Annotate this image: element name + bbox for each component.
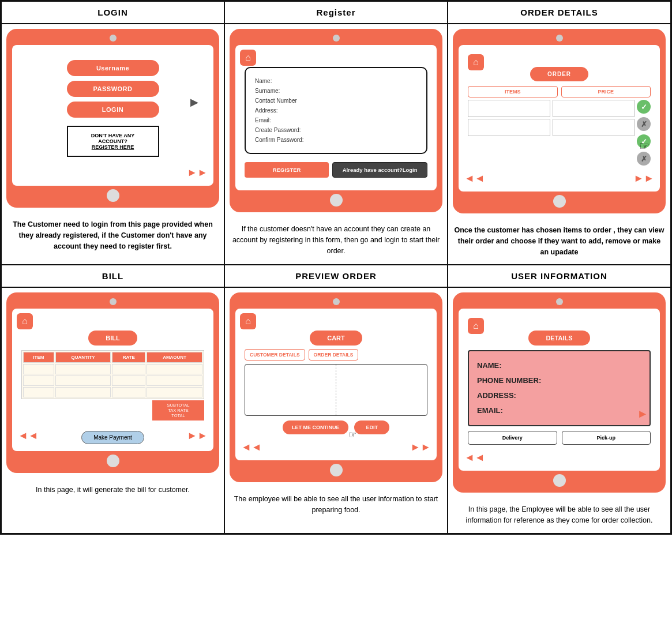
bill-device-top-dot: [110, 298, 117, 305]
register-nav: [240, 181, 432, 186]
order-button[interactable]: ORDER: [530, 67, 588, 81]
items-button[interactable]: ITEMS: [468, 86, 558, 97]
forward-arrow-button[interactable]: ►►: [187, 167, 208, 179]
details-button[interactable]: DETAILS: [528, 331, 590, 346]
order-nav: ◄◄ ►►: [463, 170, 655, 187]
preview-content-area: [245, 364, 427, 416]
bill-title-button[interactable]: BILL: [88, 331, 137, 346]
check-ok-1-button[interactable]: ✓: [637, 100, 651, 114]
preview-left-pane: [245, 365, 336, 415]
make-payment-button[interactable]: Make Payment: [81, 431, 144, 444]
email-label: EMAIL:: [477, 403, 641, 418]
pickup-button[interactable]: Pick-up: [562, 431, 651, 445]
preview-nav: ◄◄ ►►: [240, 439, 432, 456]
total-label: TOTAL: [156, 413, 201, 418]
order-home-icon[interactable]: [468, 54, 484, 70]
customer-details-tab[interactable]: CUSTOMER DETAILS: [245, 349, 305, 361]
preview-device-bottom-dot: [330, 464, 343, 476]
bill-home-icon[interactable]: [17, 313, 33, 329]
login-header: LOGIN: [2, 2, 224, 24]
main-grid: LOGIN Username PASSWORD LOGIN ▶ DON'T HA…: [0, 0, 672, 535]
phone-label: PHONE NUMBER:: [477, 373, 641, 388]
bill-back-arrow-button[interactable]: ◄◄: [18, 430, 39, 442]
bill-nav: ◄◄ Make Payment ►►: [17, 425, 209, 446]
cursor-icon: ▶: [190, 96, 198, 108]
order-table: ✓ ✗ ✓ ✗: [468, 100, 651, 166]
bill-col-item: ITEM: [23, 352, 54, 363]
order-columns: ITEMS PRICE: [468, 86, 651, 97]
edit-button[interactable]: EDIT: [354, 420, 389, 434]
preview-tabs: CUSTOMER DETAILS ORDER DETAILS: [245, 349, 427, 361]
login-device: Username PASSWORD LOGIN ▶ DON'T HAVE ANY…: [6, 29, 219, 208]
order-forward-arrow-button[interactable]: ►►: [633, 172, 654, 185]
register-buttons: REGISTER Already have account?Login: [245, 162, 427, 178]
preview-screen-content: CART CUSTOMER DETAILS ORDER DETAILS LET …: [240, 313, 432, 439]
finger-cursor-icon: ☞: [348, 429, 356, 440]
register-device: Name: Surname: Contact Number Address: E…: [230, 29, 442, 212]
login-device-bottom-dot: [107, 189, 119, 202]
preview-header: PREVIEW ORDER: [225, 265, 447, 288]
userinfo-device-top-dot: [556, 298, 563, 305]
userinfo-screen-content: DETAILS NAME: PHONE NUMBER: ADDRESS: EMA…: [463, 313, 655, 449]
taxrate-label: TAX RATE: [156, 408, 201, 413]
order-description: Once the customer has chosen items to or…: [448, 218, 670, 264]
register-screen: Name: Surname: Contact Number Address: E…: [235, 45, 437, 190]
order-screen-content: ORDER ITEMS PRICE: [463, 50, 655, 170]
login-button[interactable]: LOGIN: [67, 102, 159, 118]
order-item-2: [468, 119, 550, 136]
register-home-icon[interactable]: [240, 50, 256, 66]
cart-button[interactable]: CART: [310, 331, 362, 346]
order-items-col: [468, 100, 550, 166]
order-action-buttons: ✓ ✗ ✓ ✗: [637, 100, 651, 166]
register-button[interactable]: REGISTER: [245, 162, 329, 178]
hand-cursor-icon: ☞: [639, 139, 650, 153]
bill-col-amount: AMAOUNT: [147, 352, 202, 363]
delivery-button[interactable]: Delivery: [468, 431, 557, 445]
bill-device: BILL ITEM QUANTITY RATE AMAOUNT: [6, 292, 219, 473]
order-device-top-dot: [556, 35, 563, 42]
order-price-2: [553, 119, 635, 136]
password-button[interactable]: PASSWORD: [67, 81, 159, 97]
bill-col-quantity: QUANTITY: [55, 352, 111, 363]
preview-device-top-dot: [333, 298, 340, 305]
username-button[interactable]: Username: [67, 60, 159, 76]
check-x-1-button[interactable]: ✗: [637, 117, 651, 131]
userinfo-device: DETAILS NAME: PHONE NUMBER: ADDRESS: EMA…: [453, 292, 666, 493]
bill-screen-content: BILL ITEM QUANTITY RATE AMAOUNT: [17, 313, 209, 425]
bill-row-2: [23, 376, 202, 386]
preview-back-arrow-button[interactable]: ◄◄: [241, 441, 262, 453]
order-item-1: [468, 100, 550, 117]
userinfo-screen: DETAILS NAME: PHONE NUMBER: ADDRESS: EMA…: [459, 309, 660, 471]
let-me-continue-button[interactable]: LET ME CONTINUE: [283, 420, 349, 434]
preview-home-icon[interactable]: [240, 313, 256, 329]
order-header: ORDER DETAILS: [448, 2, 670, 24]
bill-header: BILL: [2, 265, 224, 288]
userinfo-back-arrow-button[interactable]: ◄◄: [464, 452, 485, 464]
preview-device: CART CUSTOMER DETAILS ORDER DETAILS LET …: [230, 292, 442, 482]
login-screen-content: Username PASSWORD LOGIN ▶ DON'T HAVE ANY…: [17, 50, 209, 162]
order-cell: ORDER DETAILS ORDER ITEMS PRICE: [448, 1, 671, 265]
delivery-buttons: Delivery Pick-up: [468, 431, 651, 445]
bill-cell: BILL BILL ITEM QUANTITY RATE AMAOUNT: [1, 265, 224, 534]
register-form-fields: Name: Surname: Contact Number Address: E…: [255, 76, 417, 145]
already-login-button[interactable]: Already have account?Login: [332, 162, 427, 178]
price-button[interactable]: PRICE: [561, 86, 651, 97]
address-label: ADDRESS:: [477, 388, 641, 403]
register-link[interactable]: REGISTER HERE: [92, 144, 134, 150]
register-device-top-dot: [333, 35, 340, 42]
order-details-tab[interactable]: ORDER DETAILS: [309, 349, 359, 361]
userinfo-home-icon[interactable]: [468, 318, 484, 334]
order-screen: ORDER ITEMS PRICE: [459, 45, 660, 192]
bill-forward-arrow-button[interactable]: ►►: [187, 430, 208, 442]
check-x-2-button[interactable]: ✗: [637, 152, 651, 166]
info-cursor-icon: ►: [637, 407, 648, 420]
info-card: NAME: PHONE NUMBER: ADDRESS: EMAIL:: [468, 350, 651, 426]
login-description: The Customer need to login from this pag…: [2, 212, 224, 264]
userinfo-device-bottom-dot: [553, 474, 566, 487]
register-device-bottom-dot: [330, 194, 343, 207]
login-device-top-dot: [110, 35, 117, 42]
order-back-arrow-button[interactable]: ◄◄: [464, 172, 485, 185]
register-form-box: Name: Surname: Contact Number Address: E…: [245, 67, 427, 154]
preview-screen: CART CUSTOMER DETAILS ORDER DETAILS LET …: [235, 309, 437, 460]
preview-forward-arrow-button[interactable]: ►►: [410, 441, 431, 453]
